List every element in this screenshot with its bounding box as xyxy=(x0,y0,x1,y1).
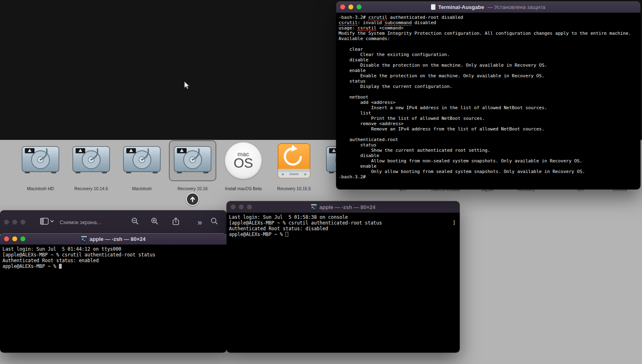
window-title: apple — -zsh — 80×24 xyxy=(90,236,146,242)
window-terminal-ausgabe: Terminal-Ausgabe — Установлена защита -b… xyxy=(336,1,640,189)
macos-badge-text-bottom: OS xyxy=(233,155,253,171)
boot-item-label: Macintosh xyxy=(132,186,152,191)
search-button[interactable] xyxy=(210,217,218,227)
toolbar-overflow-button[interactable]: » xyxy=(198,218,202,226)
window-title: apple — -zsh — 80×24 xyxy=(319,204,375,210)
minimize-button[interactable] xyxy=(12,236,17,241)
internal-drive-icon xyxy=(173,145,212,177)
minimize-button[interactable] xyxy=(12,220,17,225)
titlebar[interactable]: Terminal-Ausgabe — Установлена защита xyxy=(336,1,640,13)
window-preview-toolbar: Снимок экрана... » xyxy=(0,210,227,234)
chevron-down-icon xyxy=(51,220,54,222)
boot-item-label: Install macOS Beta xyxy=(225,186,262,191)
boot-item-label: Recovery 10.15.5 xyxy=(277,186,311,191)
preview-window-title[interactable]: Снимок экрана... xyxy=(60,219,101,225)
terminal-output-area[interactable]: -bash-3.2# csrutil authenticated-root di… xyxy=(336,13,640,189)
zoom-in-icon xyxy=(150,217,159,225)
close-button[interactable] xyxy=(340,4,345,9)
boot-item-label: Recovery 10.16 xyxy=(177,186,208,191)
arrow-up-icon xyxy=(189,195,197,203)
terminal-text: Last login: Sun Jul 5 01:58:38 on consol… xyxy=(229,214,456,237)
boot-item-macintosh[interactable]: Macintosh xyxy=(118,140,166,191)
search-icon xyxy=(210,217,218,225)
zoom-button[interactable] xyxy=(357,4,361,9)
macos-installer-icon: mac OS xyxy=(225,142,262,179)
desktop: Macintosh HD Recovery 10.14.6 Macintosh … xyxy=(0,0,642,364)
zoom-button[interactable] xyxy=(247,204,252,209)
internal-drive-icon xyxy=(72,145,110,177)
internal-drive-icon xyxy=(21,145,60,177)
boot-item-label: Macintosh HD xyxy=(27,186,54,191)
titlebar[interactable]: >_ apple — -zsh — 80×24 xyxy=(227,201,460,213)
document-icon xyxy=(431,4,435,10)
boot-item-recovery-10-16-selected[interactable]: Recovery 10.16 xyxy=(169,140,216,191)
share-button[interactable] xyxy=(172,217,180,227)
close-button[interactable] xyxy=(4,220,9,225)
window-terminal-middle: >_ apple — -zsh — 80×24 Last login: Sun … xyxy=(227,201,460,353)
selection-ring xyxy=(169,140,216,181)
terminal-app-icon: >_ xyxy=(311,204,317,210)
terminal-cursor-block xyxy=(285,232,288,237)
zoom-button[interactable] xyxy=(20,220,25,225)
zoom-in-button[interactable] xyxy=(150,217,159,227)
boot-item-label: Recovery 10.14.6 xyxy=(74,186,108,191)
minimize-button[interactable] xyxy=(239,204,244,209)
zoom-out-icon xyxy=(131,217,139,225)
boot-item-install-macos-beta[interactable]: mac OS Install macOS Beta xyxy=(220,140,267,191)
close-button[interactable] xyxy=(4,236,9,241)
sidebar-icon xyxy=(40,217,55,225)
terminal-input-area[interactable]: Last login: Sun Jul 5 01:44:12 on ttys00… xyxy=(0,245,227,353)
window-terminal-bottom: >_ apple — -zsh — 80×24 Last login: Sun … xyxy=(0,233,227,353)
boot-item-recovery-10-14-6[interactable]: Recovery 10.14.6 xyxy=(67,140,115,191)
window-title: Terminal-Ausgabe xyxy=(438,4,484,10)
terminal-ausgabe-text: -bash-3.2# csrutil authenticated-root di… xyxy=(339,15,638,180)
window-title-suffix: — Установлена защита xyxy=(487,4,545,10)
boot-item-macintosh-hd[interactable]: Macintosh HD xyxy=(17,140,64,191)
terminal-text: Last login: Sun Jul 5 01:44:12 on ttys00… xyxy=(2,246,155,269)
terminal-input-area[interactable]: Last login: Sun Jul 5 01:58:38 on consol… xyxy=(227,213,460,353)
boot-arrow-button[interactable] xyxy=(186,193,199,206)
mouse-pointer-icon xyxy=(184,81,190,90)
sidebar-toggle-button[interactable] xyxy=(40,217,55,227)
time-machine-drive-icon xyxy=(277,142,311,179)
close-button[interactable] xyxy=(231,204,236,209)
titlebar[interactable]: >_ apple — -zsh — 80×24 xyxy=(0,233,227,245)
zoom-out-button[interactable] xyxy=(131,217,139,227)
share-icon xyxy=(172,217,180,226)
internal-drive-icon xyxy=(123,145,161,177)
boot-item-recovery-10-15-5[interactable]: Recovery 10.15.5 xyxy=(270,140,318,191)
terminal-cursor-block xyxy=(59,264,62,269)
terminal-app-icon: >_ xyxy=(81,236,87,242)
minimize-button[interactable] xyxy=(348,4,353,9)
zoom-button[interactable] xyxy=(20,236,25,241)
